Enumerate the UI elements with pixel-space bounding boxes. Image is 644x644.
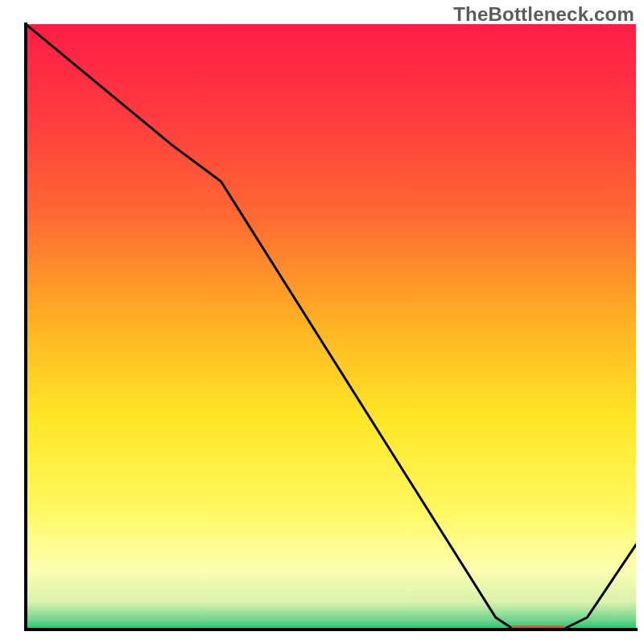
gradient-background (26, 24, 636, 630)
bottleneck-chart (0, 0, 644, 644)
chart-container: TheBottleneck.com (0, 0, 644, 644)
